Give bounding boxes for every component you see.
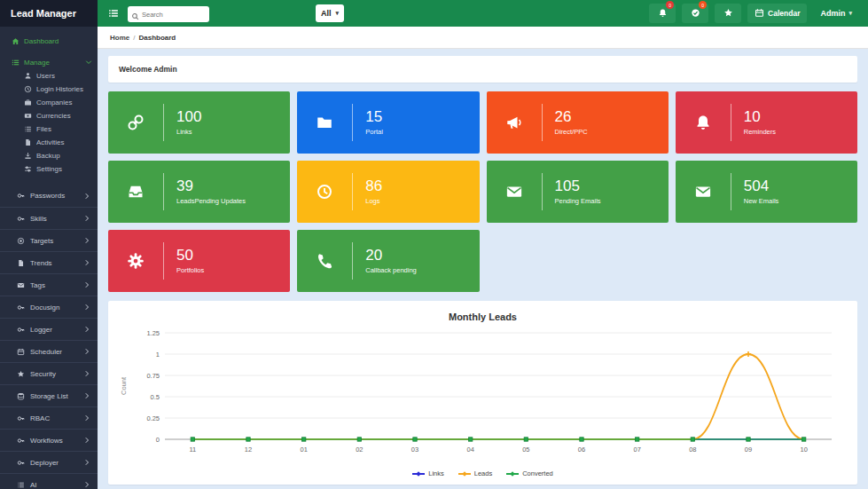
sidebar-item-deployer[interactable]: Deployer <box>0 451 98 473</box>
stat-label: Portfolios <box>176 266 204 274</box>
sidebar-item-storage-list[interactable]: Storage List <box>0 384 98 406</box>
notifications-button[interactable]: 0 <box>649 4 676 23</box>
sidebar-item-trends[interactable]: Trends <box>0 251 98 273</box>
sidebar-item-label: Targets <box>30 237 53 245</box>
sidebar-item-companies[interactable]: Companies <box>0 96 98 109</box>
stat-label: Portal <box>365 128 383 136</box>
sidebar-nav: DashboardManageUsersLogin HistoriesCompa… <box>0 27 98 489</box>
link-icon <box>108 114 163 131</box>
stat-card-reminders[interactable]: 10Reminders <box>676 91 857 154</box>
chevron-right-icon <box>83 414 90 422</box>
sidebar-item-activities[interactable]: Activities <box>0 136 98 149</box>
key-icon <box>16 414 25 422</box>
stat-value: 15 <box>365 109 383 126</box>
tasks-button[interactable]: 0 <box>682 4 708 23</box>
app-title: Lead Manager <box>0 0 98 27</box>
legend-marker <box>458 470 471 477</box>
sidebar-item-label: Users <box>36 72 92 80</box>
key-icon <box>16 192 25 201</box>
sidebar-item-ai[interactable]: AI <box>0 473 98 489</box>
sidebar-item-dashboard[interactable]: Dashboard <box>0 34 98 48</box>
legend-label: Leads <box>474 469 492 477</box>
svg-text:0.5: 0.5 <box>151 393 160 401</box>
sidebar-item-scheduler[interactable]: Scheduler <box>0 340 98 362</box>
svg-text:0.25: 0.25 <box>146 414 160 422</box>
svg-text:Count: Count <box>120 376 128 395</box>
legend-item-converted[interactable]: Converted <box>506 469 553 477</box>
search-input[interactable] <box>128 6 209 22</box>
sidebar-item-label: Security <box>30 370 56 378</box>
stat-card-logs[interactable]: 86Logs <box>297 161 479 223</box>
sidebar: Lead Manager DashboardManageUsersLogin H… <box>0 0 98 489</box>
filter-select-value: All <box>321 9 332 18</box>
breadcrumb-separator: / <box>133 34 135 42</box>
sidebar-item-passwords[interactable]: Passwords <box>0 185 98 207</box>
sidebar-item-label: Companies <box>36 99 92 106</box>
sidebar-item-skills[interactable]: Skills <box>0 207 98 229</box>
breadcrumb-current: Dashboard <box>138 34 176 42</box>
admin-menu[interactable]: Admin ▾ <box>813 9 859 18</box>
envelope-icon <box>487 183 542 201</box>
calendar-icon <box>755 8 764 20</box>
sidebar-item-tags[interactable]: Tags <box>0 273 98 296</box>
stat-label: Reminders <box>744 128 776 136</box>
svg-text:03: 03 <box>411 446 418 454</box>
sidebar-item-workflows[interactable]: Workflows <box>0 429 98 451</box>
chevron-right-icon <box>83 459 90 466</box>
sidebar-item-settings[interactable]: Settings <box>0 162 98 176</box>
sidebar-toggle-icon[interactable] <box>106 6 121 20</box>
envelope-icon <box>676 183 731 201</box>
calendar-icon <box>16 347 25 356</box>
sliders-icon <box>23 165 32 174</box>
sidebar-item-logger[interactable]: Logger <box>0 318 98 340</box>
filter-select[interactable]: All ▾ <box>316 4 344 22</box>
sidebar-item-login-histories[interactable]: Login Histories <box>0 83 98 96</box>
sidebar-item-files[interactable]: Files <box>0 122 98 136</box>
star-icon <box>16 369 25 378</box>
welcome-card: Welcome Admin <box>108 56 857 83</box>
legend-item-links[interactable]: Links <box>412 469 444 477</box>
stat-card-portal[interactable]: 15Portal <box>297 91 479 154</box>
favorites-button[interactable] <box>715 4 741 23</box>
stat-label: Links <box>176 128 201 136</box>
stat-label: Logs <box>365 197 382 205</box>
sidebar-item-rbac[interactable]: RBAC <box>0 406 98 429</box>
key-icon <box>16 458 25 467</box>
chart-title: Monthly Leads <box>117 312 848 322</box>
sidebar-item-targets[interactable]: Targets <box>0 229 98 251</box>
sidebar-item-label: RBAC <box>30 414 50 422</box>
bell-icon <box>676 114 731 131</box>
legend-marker <box>412 470 425 477</box>
sidebar-item-label: Scheduler <box>30 348 62 356</box>
key-icon <box>16 214 25 223</box>
sidebar-item-docusign[interactable]: Docusign <box>0 296 98 318</box>
svg-text:12: 12 <box>245 446 252 454</box>
main-content: Welcome Admin 100Links15Portal26Direct/P… <box>98 49 868 489</box>
stat-value: 86 <box>365 178 382 195</box>
calendar-button[interactable]: Calendar <box>747 4 807 23</box>
stat-card-leadspending-updates[interactable]: 39LeadsPending Updates <box>108 161 290 223</box>
stat-card-links[interactable]: 100Links <box>108 91 290 154</box>
home-icon <box>11 36 20 45</box>
sidebar-item-backup[interactable]: Backup <box>0 149 98 162</box>
sidebar-item-security[interactable]: Security <box>0 362 98 384</box>
chevron-down-icon: ▾ <box>336 10 340 17</box>
menu-list-icon <box>11 58 20 67</box>
chevron-down-icon: ▾ <box>848 10 852 17</box>
sidebar-item-users[interactable]: Users <box>0 69 98 83</box>
monthly-leads-chart: 00.250.50.7511.25Count111201020304050607… <box>117 324 848 468</box>
phone-icon <box>297 252 352 270</box>
sidebar-item-manage[interactable]: Manage <box>0 55 98 69</box>
stat-card-direct-ppc[interactable]: 26Direct/PPC <box>487 91 669 154</box>
stat-value: 504 <box>744 178 779 195</box>
stat-card-pending-emails[interactable]: 105Pending Emails <box>487 161 669 223</box>
stat-card-new-emails[interactable]: 504New Emails <box>676 161 857 223</box>
breadcrumb-home[interactable]: Home <box>110 34 129 42</box>
legend-item-leads[interactable]: Leads <box>458 469 492 477</box>
stat-cards-grid: 100Links15Portal26Direct/PPC10Reminders3… <box>108 91 857 292</box>
svg-text:1.25: 1.25 <box>146 329 160 337</box>
stat-card-callback-pending[interactable]: 20Callback pending <box>297 230 479 292</box>
person-icon <box>23 72 32 81</box>
stat-card-portfolios[interactable]: 50Portfolios <box>108 230 290 292</box>
sidebar-item-currencies[interactable]: Currencies <box>0 109 98 122</box>
